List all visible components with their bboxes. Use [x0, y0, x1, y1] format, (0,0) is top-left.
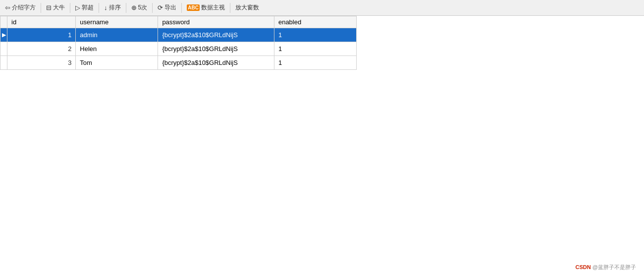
separator-1 [41, 3, 41, 13]
watermark: CSDN @蓝胖子不是胖子 [576, 264, 636, 271]
btn-export-label: 导出 [164, 3, 176, 12]
play-icon: ▷ [75, 4, 80, 11]
btn-intro[interactable]: ⇦ 介绍字方 [2, 2, 39, 13]
btn-daniu-label: 大牛 [53, 3, 65, 12]
cell-password: {bcrypt}$2a$10$GRLdNijS [158, 56, 274, 70]
row-indicator [0, 56, 7, 70]
table-body: ▶1admin{bcrypt}$2a$10$GRLdNijS12Helen{bc… [0, 28, 357, 70]
cell-username: Tom [76, 56, 158, 70]
cell-id: 3 [7, 56, 76, 70]
separator-4 [126, 3, 126, 13]
cell-enabled: 1 [274, 56, 356, 70]
btn-sort[interactable]: ↓ 排序 [101, 2, 124, 13]
cell-id: 2 [7, 42, 76, 56]
cell-password: {bcrypt}$2a$10$GRLdNijS [158, 28, 274, 42]
col-header-enabled[interactable]: enabled [274, 16, 356, 28]
minus-box-icon: ⊟ [46, 4, 52, 11]
btn-dataview[interactable]: ABC 数据主视 [184, 2, 228, 13]
toolbar: ⇦ 介绍字方 ⊟ 大牛 ▷ 郭超 ↓ 排序 ⊕ 5次 ⟳ 导出 ABC [0, 0, 644, 16]
btn-guochao[interactable]: ▷ 郭超 [72, 2, 97, 13]
btn-dataview-label: 数据主视 [201, 3, 225, 12]
cell-enabled: 1 [274, 28, 356, 42]
cell-username: Helen [76, 42, 158, 56]
table-header-row: id username password enabled [0, 16, 357, 28]
plus-circle-icon: ⊕ [131, 4, 137, 11]
sort-icon: ↓ [104, 4, 107, 11]
btn-zoom-label: 放大窗数 [235, 3, 259, 12]
separator-3 [99, 3, 99, 13]
col-header-password[interactable]: password [158, 16, 274, 28]
separator-2 [70, 3, 70, 13]
table-row[interactable]: 3Tom{bcrypt}$2a$10$GRLdNijS1 [0, 56, 357, 70]
row-indicator: ▶ [0, 28, 7, 42]
col-header-username[interactable]: username [76, 16, 158, 28]
cell-enabled: 1 [274, 42, 356, 56]
separator-6 [181, 3, 182, 13]
watermark-text: @蓝胖子不是胖子 [591, 264, 636, 270]
separator-7 [230, 3, 230, 13]
table-row[interactable]: 2Helen{bcrypt}$2a$10$GRLdNijS1 [0, 42, 357, 56]
btn-sort-label: 排序 [109, 3, 121, 12]
arrow-left-icon: ⇦ [5, 4, 10, 11]
abc-icon: ABC [187, 4, 200, 11]
table-row[interactable]: ▶1admin{bcrypt}$2a$10$GRLdNijS1 [0, 28, 357, 42]
cell-id: 1 [7, 28, 76, 42]
watermark-csdn: CSDN [576, 264, 591, 270]
btn-guochao-label: 郭超 [82, 3, 94, 12]
separator-5 [152, 3, 153, 13]
btn-count[interactable]: ⊕ 5次 [128, 2, 151, 13]
btn-daniu[interactable]: ⊟ 大牛 [43, 2, 68, 13]
cell-password: {bcrypt}$2a$10$GRLdNijS [158, 42, 274, 56]
row-indicator [0, 42, 7, 56]
btn-count-label: 5次 [138, 3, 148, 12]
btn-intro-label: 介绍字方 [12, 3, 36, 12]
col-header-id[interactable]: id [7, 16, 76, 28]
btn-export[interactable]: ⟳ 导出 [155, 2, 179, 13]
cell-username: admin [76, 28, 158, 42]
export-icon: ⟳ [158, 4, 163, 11]
btn-zoom[interactable]: 放大窗数 [232, 2, 262, 13]
data-table-container: id username password enabled ▶1admin{bcr… [0, 16, 644, 70]
data-table: id username password enabled ▶1admin{bcr… [0, 16, 357, 70]
row-indicator-header [0, 16, 7, 28]
